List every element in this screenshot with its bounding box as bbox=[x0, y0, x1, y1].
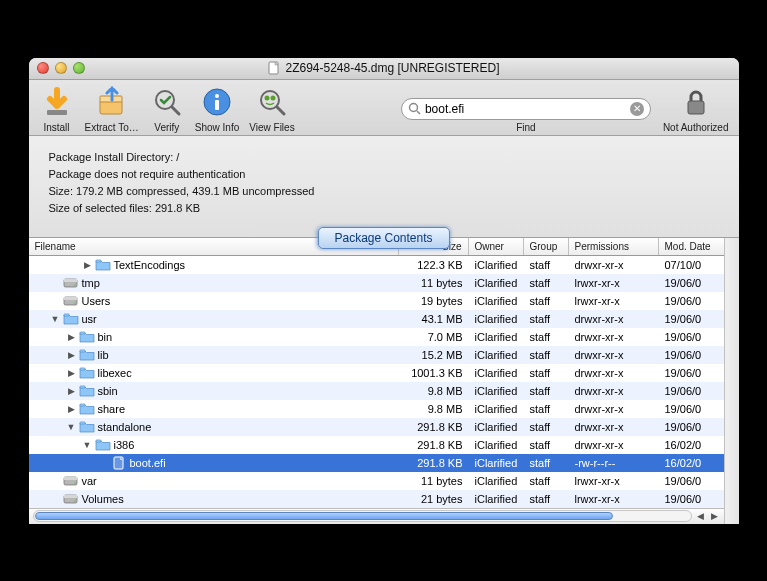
cell-group: staff bbox=[524, 439, 569, 451]
file-name: libexec bbox=[98, 367, 132, 379]
table-row[interactable]: ▶share9.8 MBiClarifiedstaffdrwxr-xr-x19/… bbox=[29, 400, 724, 418]
cell-date: 16/02/0 bbox=[659, 457, 724, 469]
viewfiles-label: View Files bbox=[249, 122, 294, 133]
table-row[interactable]: Volumes21 bytesiClarifiedstafflrwxr-xr-x… bbox=[29, 490, 724, 508]
cell-date: 19/06/0 bbox=[659, 331, 724, 343]
table-row[interactable]: ▶lib15.2 MBiClarifiedstaffdrwxr-xr-x19/0… bbox=[29, 346, 724, 364]
table-row[interactable]: ▼usr43.1 MBiClarifiedstaffdrwxr-xr-x19/0… bbox=[29, 310, 724, 328]
minimize-button[interactable] bbox=[55, 62, 67, 74]
lock-icon bbox=[678, 84, 714, 120]
folder-icon bbox=[79, 348, 95, 362]
table-row[interactable]: ▼i386291.8 KBiClarifiedstaffdrwxr-xr-x16… bbox=[29, 436, 724, 454]
cell-perm: drwxr-xr-x bbox=[569, 403, 659, 415]
scroll-right-button[interactable]: ▶ bbox=[708, 509, 722, 523]
search-field[interactable]: ✕ bbox=[401, 98, 651, 120]
cell-group: staff bbox=[524, 385, 569, 397]
col-moddate[interactable]: Mod. Date bbox=[659, 238, 724, 255]
cell-perm: drwxr-xr-x bbox=[569, 367, 659, 379]
cell-date: 19/06/0 bbox=[659, 385, 724, 397]
cell-date: 19/06/0 bbox=[659, 277, 724, 289]
drive-icon bbox=[63, 492, 79, 506]
col-group[interactable]: Group bbox=[524, 238, 569, 255]
svg-point-37 bbox=[74, 500, 76, 502]
cell-size: 7.0 MB bbox=[399, 331, 469, 343]
table-row[interactable]: var11 bytesiClarifiedstafflrwxr-xr-x19/0… bbox=[29, 472, 724, 490]
drive-icon bbox=[63, 294, 79, 308]
disclosure-triangle[interactable]: ▶ bbox=[67, 332, 76, 342]
cell-owner: iClarified bbox=[469, 367, 524, 379]
disclosure-triangle[interactable]: ▶ bbox=[67, 368, 76, 378]
cell-perm: drwxr-xr-x bbox=[569, 349, 659, 361]
cell-date: 19/06/0 bbox=[659, 493, 724, 505]
disclosure-triangle[interactable]: ▼ bbox=[67, 422, 76, 432]
showinfo-button[interactable]: Show Info bbox=[195, 84, 239, 133]
svg-rect-25 bbox=[80, 350, 85, 352]
cell-date: 16/02/0 bbox=[659, 439, 724, 451]
svg-rect-27 bbox=[80, 386, 85, 388]
cell-perm: lrwxr-xr-x bbox=[569, 277, 659, 289]
cell-owner: iClarified bbox=[469, 475, 524, 487]
verify-button[interactable]: Verify bbox=[149, 84, 185, 133]
file-name: Volumes bbox=[82, 493, 124, 505]
disclosure-triangle[interactable]: ▶ bbox=[67, 350, 76, 360]
cell-group: staff bbox=[524, 475, 569, 487]
cell-perm: lrwxr-xr-x bbox=[569, 475, 659, 487]
package-contents-tab[interactable]: Package Contents bbox=[317, 227, 449, 249]
cell-perm: drwxr-xr-x bbox=[569, 421, 659, 433]
file-name: sbin bbox=[98, 385, 118, 397]
titlebar[interactable]: 2Z694-5248-45.dmg [UNREGISTERED] bbox=[29, 58, 739, 80]
cell-owner: iClarified bbox=[469, 439, 524, 451]
cell-group: staff bbox=[524, 403, 569, 415]
svg-line-5 bbox=[172, 107, 179, 114]
close-button[interactable] bbox=[37, 62, 49, 74]
vertical-scrollbar[interactable] bbox=[724, 238, 739, 524]
table-row[interactable]: boot.efi291.8 KBiClarifiedstaff-rw-r--r-… bbox=[29, 454, 724, 472]
cell-size: 291.8 KB bbox=[399, 421, 469, 433]
cell-perm: drwxr-xr-x bbox=[569, 439, 659, 451]
scroll-thumb[interactable] bbox=[35, 512, 613, 520]
table-row[interactable]: ▶libexec1001.3 KBiClarifiedstaffdrwxr-xr… bbox=[29, 364, 724, 382]
scroll-left-button[interactable]: ◀ bbox=[694, 509, 708, 523]
disclosure-triangle[interactable]: ▶ bbox=[83, 260, 92, 270]
disclosure-triangle[interactable]: ▶ bbox=[67, 386, 76, 396]
zoom-button[interactable] bbox=[73, 62, 85, 74]
col-permissions[interactable]: Permissions bbox=[569, 238, 659, 255]
disclosure-triangle[interactable]: ▶ bbox=[67, 404, 76, 414]
horizontal-scrollbar[interactable]: ◀ ▶ bbox=[29, 508, 724, 524]
cell-size: 122.3 KB bbox=[399, 259, 469, 271]
col-owner[interactable]: Owner bbox=[469, 238, 524, 255]
drive-icon bbox=[63, 474, 79, 488]
clear-search-button[interactable]: ✕ bbox=[630, 102, 644, 116]
cell-owner: iClarified bbox=[469, 421, 524, 433]
cell-owner: iClarified bbox=[469, 295, 524, 307]
disclosure-triangle[interactable]: ▼ bbox=[83, 440, 92, 450]
disclosure-triangle[interactable]: ▼ bbox=[51, 314, 60, 324]
cell-owner: iClarified bbox=[469, 259, 524, 271]
install-button[interactable]: Install bbox=[39, 84, 75, 133]
cell-date: 19/06/0 bbox=[659, 403, 724, 415]
file-name: TextEncodings bbox=[114, 259, 186, 271]
svg-rect-16 bbox=[96, 260, 101, 262]
file-icon bbox=[111, 456, 127, 470]
table-row[interactable]: ▶TextEncodings122.3 KBiClarifiedstaffdrw… bbox=[29, 256, 724, 274]
file-name: tmp bbox=[82, 277, 100, 289]
verify-icon bbox=[149, 84, 185, 120]
table-row[interactable]: ▼standalone291.8 KBiClarifiedstaffdrwxr-… bbox=[29, 418, 724, 436]
notauth-label: Not Authorized bbox=[663, 122, 729, 133]
cell-perm: lrwxr-xr-x bbox=[569, 493, 659, 505]
table-row[interactable]: ▶sbin9.8 MBiClarifiedstaffdrwxr-xr-x19/0… bbox=[29, 382, 724, 400]
scroll-track[interactable] bbox=[33, 510, 692, 522]
table-row[interactable]: Users19 bytesiClarifiedstafflrwxr-xr-x19… bbox=[29, 292, 724, 310]
viewfiles-button[interactable]: View Files bbox=[249, 84, 294, 133]
cell-owner: iClarified bbox=[469, 277, 524, 289]
auth-indicator[interactable]: Not Authorized bbox=[663, 84, 729, 133]
cell-perm: drwxr-xr-x bbox=[569, 331, 659, 343]
drive-icon bbox=[63, 276, 79, 290]
cell-group: staff bbox=[524, 421, 569, 433]
table-row[interactable]: ▶bin7.0 MBiClarifiedstaffdrwxr-xr-x19/06… bbox=[29, 328, 724, 346]
cell-owner: iClarified bbox=[469, 313, 524, 325]
svg-rect-24 bbox=[80, 332, 85, 334]
extract-button[interactable]: Extract To… bbox=[85, 84, 139, 133]
search-input[interactable] bbox=[425, 102, 626, 116]
table-row[interactable]: tmp11 bytesiClarifiedstafflrwxr-xr-x19/0… bbox=[29, 274, 724, 292]
